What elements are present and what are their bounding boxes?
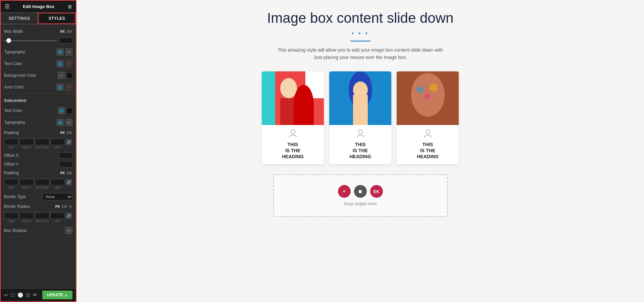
sub-text-color-swatch[interactable] [66,108,72,114]
p2-label-left: LEFT [50,186,65,189]
br-label-bottom: BOTTOM [35,220,49,223]
eye-icon[interactable]: 👁 [33,292,37,298]
svg-rect-2 [305,71,324,98]
max-width-input[interactable] [59,38,72,44]
sub-typo-pencil-icon[interactable] [65,119,72,126]
box-3-heading: THIS IS THE HEADING [401,141,455,160]
add-widget-button[interactable]: + [338,185,351,198]
max-width-slider[interactable] [4,40,57,41]
update-label: UPDATE [47,293,63,297]
offset-y-label: Offset Y [4,162,18,167]
padding-right-input[interactable] [19,139,34,145]
padding-sub-labels: TOP RIGHT BOTTOM LEFT [1,146,76,151]
px-btn[interactable]: PX [60,30,65,34]
box-1-icon [266,128,320,140]
arrow-slash-icon[interactable] [65,83,72,91]
border-radius-inputs: 🔗 [1,211,76,220]
tab-settings[interactable]: SETTINGS [1,13,38,24]
br-right-input[interactable] [19,213,34,219]
padding-top-input[interactable] [4,139,18,145]
typography-globe-icon[interactable] [56,48,64,56]
image-box-3: THIS IS THE HEADING [397,71,459,165]
image-box-1-content: THIS IS THE HEADING [262,125,324,165]
br-pct-btn[interactable]: % [68,205,72,208]
svg-point-3 [280,78,297,98]
box-1-heading: THIS IS THE HEADING [266,141,320,160]
br-link-icon[interactable]: 🔗 [66,213,72,219]
padding-left-input[interactable] [50,139,65,145]
sub-text-globe-icon[interactable] [58,107,65,114]
undo-icon[interactable]: ↩ [4,292,8,298]
typography-pencil-icon[interactable] [65,48,72,56]
panel-title: Edit Image Box [23,4,54,9]
padding2-link-icon[interactable]: 🔗 [66,179,72,185]
arrow-color-row: Arror Color [1,81,76,93]
update-button[interactable]: UPDATE ▲ [42,291,72,299]
offset-x-input[interactable]: 0 [59,153,72,159]
arrow-globe-icon[interactable] [56,83,64,91]
border-radius-header: Border Radius PX EM % [1,202,76,211]
ek-button[interactable]: EK [370,185,383,198]
bg-check-icon[interactable] [58,72,65,79]
image-box-1: THIS IS THE HEADING [262,71,324,165]
responsive-icon[interactable]: ⊡ [26,292,30,298]
svg-point-5 [291,130,295,134]
padding2-em-btn[interactable]: EM [66,171,72,175]
padding2-header: Padding PX EM [1,169,76,178]
layers-icon[interactable]: ⬡ [11,292,15,298]
padding2-px-btn[interactable]: PX [60,171,65,175]
p2-label-bottom: BOTTOM [35,186,49,189]
br-left-input[interactable] [50,213,65,219]
padding-px-btn[interactable]: PX [60,131,65,135]
image-box-2-content: THIS IS THE HEADING [329,125,391,165]
page-heading: Image box content slide down [90,10,631,26]
bg-color-swatch[interactable] [66,72,72,78]
typography-main-label: Typography [4,50,25,54]
padding-link-icon[interactable]: 🔗 [66,139,72,145]
br-em-btn[interactable]: EM [61,205,67,208]
stop-button[interactable]: ■ [354,185,367,198]
divider-line [350,41,370,42]
grid-icon[interactable]: ⊞ [68,4,72,9]
image-boxes-container: THIS IS THE HEADING [90,71,631,165]
offset-x-row: Offset X 0 [1,151,76,160]
bottom-toolbar: ↩ ⬡ 🕐 ⊡ 👁 UPDATE ▲ [1,288,76,301]
padding-bottom-input[interactable] [35,139,49,145]
text-color-globe-icon[interactable] [56,60,64,67]
border-radius-labels: TOP RIGHT BOTTOM LEFT [1,220,76,225]
padding2-top-input[interactable] [4,179,18,185]
image-box-1-img [262,71,324,125]
sub-typo-globe-icon[interactable] [56,119,64,126]
hamburger-icon[interactable]: ☰ [5,3,9,10]
padding2-left-input[interactable] [50,179,65,185]
text-color-main-label: Text Color [4,61,22,66]
svg-point-16 [426,130,430,134]
box-shadow-pencil-icon[interactable] [65,227,72,234]
offset-y-input[interactable]: 10 [59,161,72,167]
br-bottom-input[interactable] [35,213,49,219]
offset-y-row: Offset Y 10 [1,160,76,169]
padding-em-btn[interactable]: EM [66,131,72,135]
padding2-right-input[interactable] [19,179,34,185]
tab-styles[interactable]: STYLES [38,13,76,24]
border-type-select[interactable]: None Solid Dashed Dotted Double [42,193,72,200]
p2-label-top: TOP [4,186,18,189]
arrow-color-label: Arror Color [4,85,24,89]
typography-main-row: Typography [1,46,76,58]
br-px-btn[interactable]: PX [55,205,60,208]
history-icon[interactable]: 🕐 [17,292,23,298]
subcontent-title-row: Subcontent [1,95,76,105]
padding2-bottom-input[interactable] [35,179,49,185]
label-top: TOP [4,146,18,149]
subcontent-label: Subcontent [4,98,26,103]
image-box-2-img [329,71,391,125]
box-shadow-row: Box Shadow [1,225,76,237]
br-top-input[interactable] [4,213,18,219]
divider-dots: • • • [90,29,631,37]
image-box-3-img [397,71,459,125]
em-btn[interactable]: EM [66,30,72,34]
text-color-slash-icon[interactable] [65,60,72,67]
px-em-toggle: PX EM [60,30,72,34]
bottom-icons-group: ↩ ⬡ 🕐 ⊡ 👁 [4,292,37,298]
label-bottom: BOTTOM [35,146,49,149]
